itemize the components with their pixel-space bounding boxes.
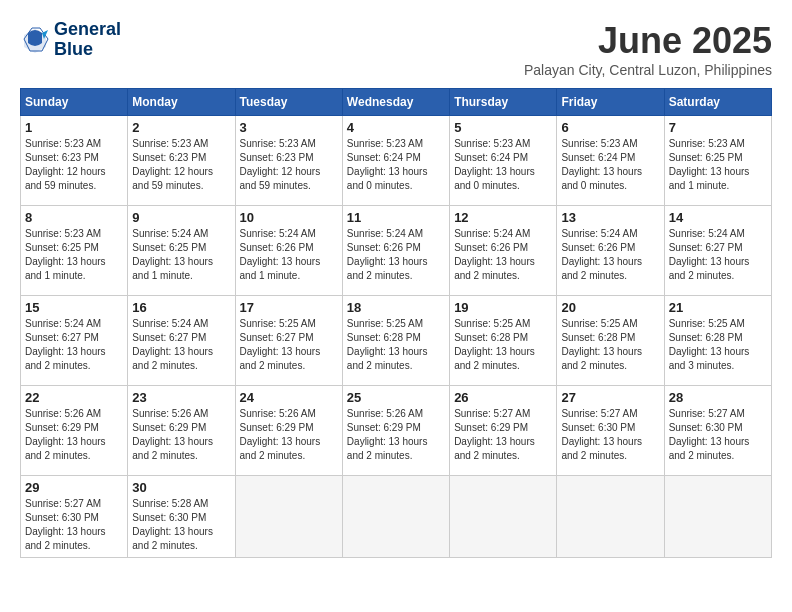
day-info: Sunrise: 5:27 AMSunset: 6:30 PMDaylight:… (25, 497, 123, 553)
title-block: June 2025 Palayan City, Central Luzon, P… (524, 20, 772, 78)
calendar-cell: 15Sunrise: 5:24 AMSunset: 6:27 PMDayligh… (21, 296, 128, 386)
day-info: Sunrise: 5:24 AMSunset: 6:27 PMDaylight:… (25, 317, 123, 373)
day-number: 27 (561, 390, 659, 405)
calendar-cell: 2Sunrise: 5:23 AMSunset: 6:23 PMDaylight… (128, 116, 235, 206)
calendar-cell: 25Sunrise: 5:26 AMSunset: 6:29 PMDayligh… (342, 386, 449, 476)
day-info: Sunrise: 5:28 AMSunset: 6:30 PMDaylight:… (132, 497, 230, 553)
day-info: Sunrise: 5:24 AMSunset: 6:26 PMDaylight:… (347, 227, 445, 283)
day-number: 21 (669, 300, 767, 315)
day-number: 15 (25, 300, 123, 315)
calendar-cell: 13Sunrise: 5:24 AMSunset: 6:26 PMDayligh… (557, 206, 664, 296)
header-wednesday: Wednesday (342, 89, 449, 116)
day-info: Sunrise: 5:25 AMSunset: 6:28 PMDaylight:… (347, 317, 445, 373)
day-number: 13 (561, 210, 659, 225)
day-info: Sunrise: 5:24 AMSunset: 6:26 PMDaylight:… (454, 227, 552, 283)
day-number: 23 (132, 390, 230, 405)
calendar-cell (342, 476, 449, 558)
calendar-cell: 29Sunrise: 5:27 AMSunset: 6:30 PMDayligh… (21, 476, 128, 558)
header-saturday: Saturday (664, 89, 771, 116)
calendar-cell: 16Sunrise: 5:24 AMSunset: 6:27 PMDayligh… (128, 296, 235, 386)
day-info: Sunrise: 5:24 AMSunset: 6:27 PMDaylight:… (669, 227, 767, 283)
day-info: Sunrise: 5:23 AMSunset: 6:25 PMDaylight:… (669, 137, 767, 193)
day-number: 3 (240, 120, 338, 135)
day-info: Sunrise: 5:24 AMSunset: 6:26 PMDaylight:… (561, 227, 659, 283)
day-info: Sunrise: 5:27 AMSunset: 6:29 PMDaylight:… (454, 407, 552, 463)
day-info: Sunrise: 5:23 AMSunset: 6:24 PMDaylight:… (347, 137, 445, 193)
calendar-cell: 23Sunrise: 5:26 AMSunset: 6:29 PMDayligh… (128, 386, 235, 476)
calendar-cell: 21Sunrise: 5:25 AMSunset: 6:28 PMDayligh… (664, 296, 771, 386)
calendar-cell: 12Sunrise: 5:24 AMSunset: 6:26 PMDayligh… (450, 206, 557, 296)
logo: General Blue (20, 20, 121, 60)
day-number: 28 (669, 390, 767, 405)
header-tuesday: Tuesday (235, 89, 342, 116)
day-number: 2 (132, 120, 230, 135)
calendar-cell: 10Sunrise: 5:24 AMSunset: 6:26 PMDayligh… (235, 206, 342, 296)
day-info: Sunrise: 5:24 AMSunset: 6:25 PMDaylight:… (132, 227, 230, 283)
header-sunday: Sunday (21, 89, 128, 116)
day-number: 30 (132, 480, 230, 495)
header-thursday: Thursday (450, 89, 557, 116)
day-info: Sunrise: 5:23 AMSunset: 6:25 PMDaylight:… (25, 227, 123, 283)
header-friday: Friday (557, 89, 664, 116)
day-info: Sunrise: 5:25 AMSunset: 6:28 PMDaylight:… (454, 317, 552, 373)
day-info: Sunrise: 5:23 AMSunset: 6:24 PMDaylight:… (561, 137, 659, 193)
calendar-header-row: Sunday Monday Tuesday Wednesday Thursday… (21, 89, 772, 116)
day-number: 14 (669, 210, 767, 225)
day-number: 8 (25, 210, 123, 225)
day-number: 20 (561, 300, 659, 315)
calendar-cell: 9Sunrise: 5:24 AMSunset: 6:25 PMDaylight… (128, 206, 235, 296)
day-number: 22 (25, 390, 123, 405)
calendar-cell: 18Sunrise: 5:25 AMSunset: 6:28 PMDayligh… (342, 296, 449, 386)
day-number: 7 (669, 120, 767, 135)
day-info: Sunrise: 5:26 AMSunset: 6:29 PMDaylight:… (132, 407, 230, 463)
calendar-table: Sunday Monday Tuesday Wednesday Thursday… (20, 88, 772, 558)
day-info: Sunrise: 5:23 AMSunset: 6:24 PMDaylight:… (454, 137, 552, 193)
day-info: Sunrise: 5:25 AMSunset: 6:28 PMDaylight:… (561, 317, 659, 373)
calendar-cell (450, 476, 557, 558)
calendar-cell: 20Sunrise: 5:25 AMSunset: 6:28 PMDayligh… (557, 296, 664, 386)
calendar-cell: 4Sunrise: 5:23 AMSunset: 6:24 PMDaylight… (342, 116, 449, 206)
calendar-cell: 17Sunrise: 5:25 AMSunset: 6:27 PMDayligh… (235, 296, 342, 386)
day-number: 1 (25, 120, 123, 135)
day-info: Sunrise: 5:25 AMSunset: 6:27 PMDaylight:… (240, 317, 338, 373)
day-info: Sunrise: 5:23 AMSunset: 6:23 PMDaylight:… (25, 137, 123, 193)
month-title: June 2025 (524, 20, 772, 62)
calendar-cell (235, 476, 342, 558)
day-info: Sunrise: 5:26 AMSunset: 6:29 PMDaylight:… (25, 407, 123, 463)
day-number: 24 (240, 390, 338, 405)
day-info: Sunrise: 5:26 AMSunset: 6:29 PMDaylight:… (240, 407, 338, 463)
location-subtitle: Palayan City, Central Luzon, Philippines (524, 62, 772, 78)
day-info: Sunrise: 5:24 AMSunset: 6:27 PMDaylight:… (132, 317, 230, 373)
day-number: 25 (347, 390, 445, 405)
day-info: Sunrise: 5:26 AMSunset: 6:29 PMDaylight:… (347, 407, 445, 463)
calendar-cell: 22Sunrise: 5:26 AMSunset: 6:29 PMDayligh… (21, 386, 128, 476)
logo-icon (20, 25, 50, 55)
calendar-cell: 5Sunrise: 5:23 AMSunset: 6:24 PMDaylight… (450, 116, 557, 206)
day-number: 9 (132, 210, 230, 225)
calendar-cell: 3Sunrise: 5:23 AMSunset: 6:23 PMDaylight… (235, 116, 342, 206)
day-number: 5 (454, 120, 552, 135)
day-number: 11 (347, 210, 445, 225)
calendar-cell (664, 476, 771, 558)
calendar-cell: 28Sunrise: 5:27 AMSunset: 6:30 PMDayligh… (664, 386, 771, 476)
day-info: Sunrise: 5:23 AMSunset: 6:23 PMDaylight:… (240, 137, 338, 193)
day-number: 10 (240, 210, 338, 225)
day-number: 29 (25, 480, 123, 495)
calendar-cell: 6Sunrise: 5:23 AMSunset: 6:24 PMDaylight… (557, 116, 664, 206)
day-number: 17 (240, 300, 338, 315)
day-number: 12 (454, 210, 552, 225)
calendar-cell: 27Sunrise: 5:27 AMSunset: 6:30 PMDayligh… (557, 386, 664, 476)
day-number: 18 (347, 300, 445, 315)
day-info: Sunrise: 5:27 AMSunset: 6:30 PMDaylight:… (669, 407, 767, 463)
logo-text: General Blue (54, 20, 121, 60)
day-info: Sunrise: 5:27 AMSunset: 6:30 PMDaylight:… (561, 407, 659, 463)
day-number: 4 (347, 120, 445, 135)
calendar-cell: 26Sunrise: 5:27 AMSunset: 6:29 PMDayligh… (450, 386, 557, 476)
day-number: 26 (454, 390, 552, 405)
page-header: General Blue June 2025 Palayan City, Cen… (20, 20, 772, 78)
calendar-cell: 19Sunrise: 5:25 AMSunset: 6:28 PMDayligh… (450, 296, 557, 386)
calendar-cell: 11Sunrise: 5:24 AMSunset: 6:26 PMDayligh… (342, 206, 449, 296)
calendar-cell (557, 476, 664, 558)
day-info: Sunrise: 5:25 AMSunset: 6:28 PMDaylight:… (669, 317, 767, 373)
header-monday: Monday (128, 89, 235, 116)
